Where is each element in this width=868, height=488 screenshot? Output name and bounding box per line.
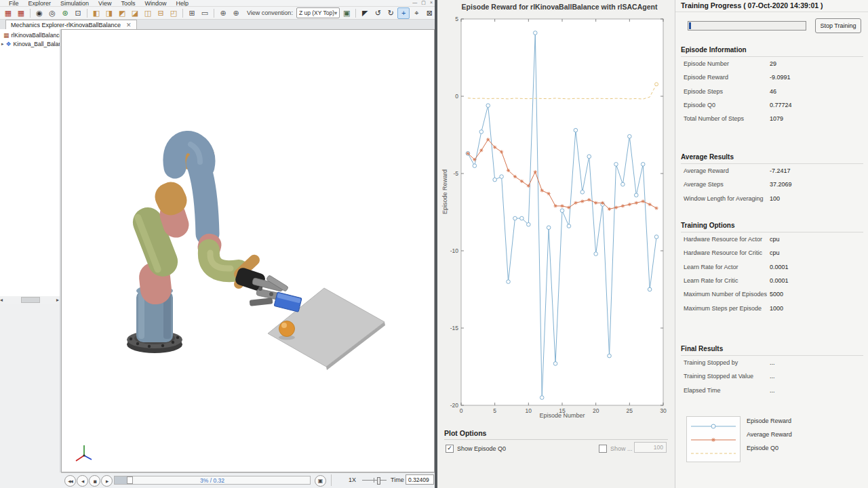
tree-item-kinova-ball-balance[interactable]: ▸ ❖ Kinova_Ball_Balance [0, 39, 60, 48]
speed-slider[interactable] [362, 480, 387, 481]
row-label: Training Stopped at Value [684, 373, 753, 380]
episode-reward-chart: 50-5-10-15-20051015202530 [437, 0, 675, 427]
3d-viewport[interactable] [61, 29, 435, 472]
stop-training-button[interactable]: Stop Training [815, 18, 861, 33]
restore-icon[interactable]: ▢ [421, 0, 426, 5]
info-row: Episode Reward-9.0991 [684, 74, 863, 82]
section-title: Episode Information [681, 46, 863, 57]
zoom-icon[interactable]: ⌖ [410, 7, 422, 19]
perspective-icon[interactable]: ◎ [46, 7, 58, 19]
row-value: 5000 [770, 291, 783, 298]
info-row: Training Stopped at Value... [684, 373, 863, 381]
toolbar-separator [30, 9, 31, 18]
row-label: Episode Steps [684, 88, 723, 95]
row-value: 0.0001 [770, 264, 789, 270]
orange-ball [279, 321, 295, 340]
row-label: Total Number of Steps [684, 115, 744, 122]
episode-information-section: Episode InformationEpisode Number29Episo… [681, 46, 863, 136]
row-value: ... [770, 359, 775, 366]
prev-viewpoint-icon[interactable]: ⊕ [217, 7, 229, 19]
loop-playback-button[interactable]: ▣ [315, 475, 326, 487]
svg-text:5: 5 [455, 16, 458, 22]
fit-to-view-icon[interactable]: ⊡ [72, 7, 84, 19]
menu-item-help[interactable]: Help [171, 0, 193, 6]
expander-icon[interactable]: ▸ [1, 41, 4, 47]
row-label: Maximum Steps per Episode [684, 305, 762, 312]
row-value: cpu [770, 249, 780, 256]
menu-item-explorer[interactable]: Explorer [24, 0, 56, 6]
menu-item-window[interactable]: Window [140, 0, 171, 6]
show-episode-q0-checkbox[interactable]: ✓ [446, 445, 454, 453]
chevron-down-icon: ▾ [334, 9, 337, 16]
rotate-view-icon[interactable]: ↺ [372, 7, 384, 19]
view-right-icon[interactable]: ⊟ [155, 7, 167, 19]
window-size-input[interactable]: 100 [634, 442, 667, 453]
roll-view-icon[interactable]: ↻ [384, 7, 397, 19]
scrollbar-thumb[interactable] [21, 297, 40, 303]
scroll-right-icon[interactable]: ▸ [56, 297, 59, 303]
training-progress-bar [688, 21, 806, 30]
row-value: 100 [770, 195, 780, 202]
time-input[interactable]: 0.32409 [406, 474, 434, 485]
row-value: 29 [770, 60, 776, 67]
final-results-section: Final ResultsTraining Stopped by...Train… [681, 345, 863, 407]
view-front-icon[interactable]: ◧ [90, 7, 102, 19]
slider-thumb[interactable] [377, 477, 380, 485]
menu-item-tools[interactable]: Tools [116, 0, 140, 6]
row-label: Episode Number [684, 60, 729, 67]
play-button[interactable]: ▶ [101, 475, 113, 487]
view-convention-dropdown[interactable]: Z up (XY Top) ▾ [296, 7, 340, 18]
tree-item-rlkinovaballbalance[interactable]: ▦ rlKinovaBallBalance [0, 30, 60, 39]
save-all-icon[interactable]: ▦ [15, 7, 27, 19]
menu-item-view[interactable]: View [94, 0, 116, 6]
view-top-icon[interactable]: ◩ [116, 7, 128, 19]
view-left-icon[interactable]: ◫ [142, 7, 154, 19]
jump-to-start-button[interactable]: ◀◀ [64, 475, 76, 487]
view-back-icon[interactable]: ◨ [103, 7, 115, 19]
svg-text:-15: -15 [450, 325, 459, 331]
row-label: Average Reward [684, 167, 729, 174]
divider [675, 12, 868, 12]
orbit-camera-icon[interactable]: ◉ [33, 7, 45, 19]
robot-scene [62, 30, 434, 472]
view-bottom-icon[interactable]: ◪ [129, 7, 141, 19]
training-progress-fill [689, 22, 691, 29]
minimize-icon[interactable]: — [412, 0, 417, 5]
select-icon[interactable]: ◤ [359, 7, 371, 19]
menu-item-simulation[interactable]: Simulation [56, 0, 94, 6]
info-row: Episode Q00.77724 [684, 102, 863, 110]
view-convention-value: Z up (XY Top) [299, 9, 334, 16]
info-row: Total Number of Steps1079 [684, 115, 863, 123]
next-viewpoint-icon[interactable]: ⊕ [230, 7, 242, 19]
view-iso-icon[interactable]: ◰ [167, 7, 180, 19]
pause-button[interactable]: ▮▮ [89, 475, 100, 487]
show-more-checkbox[interactable] [599, 445, 607, 453]
snapshot-icon[interactable]: ▣ [340, 7, 353, 19]
one-view-icon[interactable]: ▭ [199, 7, 211, 19]
tab-strip: Mechanics Explorer-rlKinovaBallBalance ✕ [0, 20, 435, 30]
row-label: Training Stopped by [684, 359, 738, 366]
world-triad [76, 445, 92, 461]
menu-item-file[interactable]: File [4, 0, 24, 6]
pan-icon[interactable]: + [397, 7, 410, 19]
four-views-icon[interactable]: ⊞ [186, 7, 198, 19]
tab-mechanics-explorer[interactable]: Mechanics Explorer-rlKinovaBallBalance ✕ [5, 20, 137, 29]
row-value: 0.0001 [770, 277, 789, 284]
y-axis-label: Episode Reward [441, 169, 448, 214]
info-row: Window Length for Averaging100 [684, 195, 863, 203]
save-explorer-icon[interactable]: ▦ [2, 7, 14, 19]
row-label: Window Length for Averaging [684, 195, 763, 202]
tree-horizontal-scrollbar[interactable]: ◂ ▸ [0, 296, 60, 304]
step-back-button[interactable]: ◀ [77, 475, 88, 487]
scroll-left-icon[interactable]: ◂ [0, 297, 3, 303]
simulation-progress-bar[interactable]: 3% / 0.32 [114, 476, 311, 485]
section-title: Average Results [681, 153, 863, 164]
close-window-icon[interactable]: × [430, 0, 433, 5]
row-value: -7.2417 [770, 167, 791, 174]
close-tab-icon[interactable]: ✕ [126, 22, 132, 28]
zoom-region-icon[interactable]: ⊠ [423, 7, 435, 19]
tree-view-icon[interactable]: ⊛ [59, 7, 71, 19]
grasped-blue-box [274, 292, 302, 312]
plot-options-header: Plot Options [444, 429, 668, 440]
info-row: Maximum Number of Episodes5000 [684, 291, 863, 299]
